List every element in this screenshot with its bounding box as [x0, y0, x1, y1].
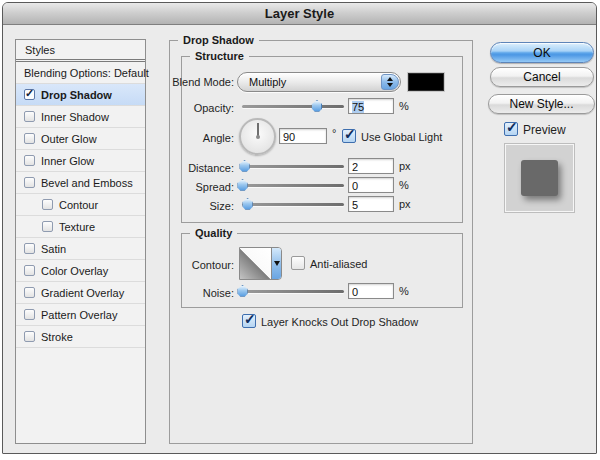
- distance-label: Distance:: [151, 161, 234, 175]
- sidebar-item-texture[interactable]: Texture: [16, 216, 145, 238]
- opacity-label: Opacity:: [151, 101, 234, 115]
- angle-value: 90: [283, 131, 295, 143]
- opacity-field[interactable]: 75: [348, 98, 394, 114]
- size-slider[interactable]: [242, 198, 344, 210]
- contour-picker[interactable]: [239, 247, 282, 280]
- cancel-button[interactable]: Cancel: [490, 67, 594, 87]
- sidebar-item-label: Gradient Overlay: [41, 287, 124, 299]
- noise-value: 0: [352, 286, 358, 298]
- arrow-down-icon: [387, 83, 393, 87]
- arrow-up-icon: [387, 77, 393, 81]
- satin-checkbox[interactable]: [24, 243, 35, 254]
- sidebar-item-satin[interactable]: Satin: [16, 238, 145, 260]
- inner-shadow-checkbox[interactable]: [24, 111, 35, 122]
- angle-unit: °: [332, 127, 336, 140]
- sidebar-item-outer-glow[interactable]: Outer Glow: [16, 128, 145, 150]
- blend-mode-select[interactable]: Multiply: [237, 72, 401, 92]
- sidebar-item-pattern-overlay[interactable]: Pattern Overlay: [16, 304, 145, 326]
- sidebar-item-label: Blending Options: Default: [24, 67, 149, 79]
- gradient-overlay-checkbox[interactable]: [24, 287, 35, 298]
- contour-thumbnail[interactable]: [240, 248, 272, 279]
- sidebar-item-label: Bevel and Emboss: [41, 177, 133, 189]
- noise-slider[interactable]: [242, 285, 344, 297]
- sidebar-item-gradient-overlay[interactable]: Gradient Overlay: [16, 282, 145, 304]
- preview-shadow-square: [521, 160, 558, 196]
- contour-checkbox[interactable]: [42, 199, 53, 210]
- title-bar[interactable]: Layer Style: [3, 3, 596, 25]
- sidebar-item-contour[interactable]: Contour: [16, 194, 145, 216]
- angle-field[interactable]: 90: [279, 128, 327, 144]
- sidebar-item-drop-shadow[interactable]: Drop Shadow: [16, 84, 145, 106]
- contour-dropdown-arrow[interactable]: [272, 248, 281, 279]
- anti-aliased-label: Anti-aliased: [310, 257, 367, 271]
- blend-mode-label: Blend Mode:: [151, 75, 234, 89]
- sidebar-item-inner-glow[interactable]: Inner Glow: [16, 150, 145, 172]
- preview-checkbox[interactable]: [504, 122, 518, 136]
- inner-glow-checkbox[interactable]: [24, 155, 35, 166]
- noise-label: Noise:: [151, 286, 234, 300]
- layer-knocks-out-label: Layer Knocks Out Drop Shadow: [261, 315, 418, 329]
- spread-value: 0: [352, 180, 358, 192]
- sidebar-item-label: Color Overlay: [41, 265, 108, 277]
- sidebar-item-label: Contour: [59, 199, 98, 211]
- color-overlay-checkbox[interactable]: [24, 265, 35, 276]
- layer-knocks-out-checkbox[interactable]: [242, 314, 256, 328]
- shadow-color-swatch[interactable]: [408, 73, 444, 91]
- sidebar-item-stroke[interactable]: Stroke: [16, 326, 145, 348]
- distance-unit: px: [399, 160, 411, 173]
- spread-field[interactable]: 0: [348, 177, 394, 193]
- drop-shadow-panel-legend: Drop Shadow: [178, 34, 259, 47]
- blend-mode-value: Multiply: [249, 76, 286, 88]
- opacity-value: 75: [352, 101, 364, 113]
- sidebar-item-blending-options[interactable]: Blending Options: Default: [16, 62, 145, 84]
- spread-slider-track[interactable]: [242, 184, 344, 187]
- preview-swatch: [505, 144, 574, 212]
- bevel-emboss-checkbox[interactable]: [24, 177, 35, 188]
- size-label: Size:: [151, 199, 234, 213]
- stroke-checkbox[interactable]: [24, 331, 35, 342]
- drop-shadow-checkbox[interactable]: [24, 89, 35, 100]
- use-global-light-checkbox[interactable]: [342, 129, 356, 143]
- sidebar-item-label: Inner Glow: [41, 155, 94, 167]
- distance-value: 2: [352, 161, 358, 173]
- distance-slider[interactable]: [242, 160, 344, 172]
- sidebar-item-inner-shadow[interactable]: Inner Shadow: [16, 106, 145, 128]
- ok-button-label: OK: [533, 46, 550, 60]
- anti-aliased-checkbox[interactable]: [291, 256, 305, 270]
- styles-list-header: Styles: [16, 40, 145, 62]
- size-slider-track[interactable]: [242, 203, 344, 206]
- sidebar-item-label: Stroke: [41, 331, 73, 343]
- size-field[interactable]: 5: [348, 196, 394, 212]
- texture-checkbox[interactable]: [42, 221, 53, 232]
- size-value: 5: [352, 199, 358, 211]
- ok-button[interactable]: OK: [490, 42, 594, 63]
- spread-label: Spread:: [151, 180, 234, 194]
- spread-unit: %: [399, 179, 409, 192]
- sidebar-item-label: Texture: [59, 221, 95, 233]
- dialog-title: Layer Style: [265, 6, 334, 21]
- preview-label: Preview: [523, 123, 566, 137]
- opacity-slider-track[interactable]: [242, 105, 344, 108]
- sidebar-item-label: Drop Shadow: [41, 89, 112, 101]
- opacity-slider-thumb[interactable]: [311, 100, 322, 112]
- angle-dial[interactable]: [239, 118, 276, 155]
- noise-slider-track[interactable]: [242, 290, 344, 293]
- layer-style-dialog: Layer Style Styles Blending Options: Def…: [2, 2, 597, 454]
- opacity-slider[interactable]: [242, 100, 344, 112]
- contour-label: Contour:: [151, 258, 234, 272]
- opacity-unit: %: [399, 100, 409, 113]
- new-style-button[interactable]: New Style...: [488, 94, 595, 114]
- distance-slider-track[interactable]: [242, 165, 344, 168]
- noise-field[interactable]: 0: [348, 283, 394, 299]
- sidebar-item-color-overlay[interactable]: Color Overlay: [16, 260, 145, 282]
- pattern-overlay-checkbox[interactable]: [24, 309, 35, 320]
- spread-slider[interactable]: [242, 179, 344, 191]
- outer-glow-checkbox[interactable]: [24, 133, 35, 144]
- sidebar-item-bevel-and-emboss[interactable]: Bevel and Emboss: [16, 172, 145, 194]
- angle-hub-icon: [256, 135, 260, 139]
- size-unit: px: [399, 198, 411, 211]
- distance-field[interactable]: 2: [348, 158, 394, 174]
- quality-group-legend: Quality: [190, 227, 237, 240]
- noise-unit: %: [399, 285, 409, 298]
- size-slider-thumb[interactable]: [242, 198, 253, 210]
